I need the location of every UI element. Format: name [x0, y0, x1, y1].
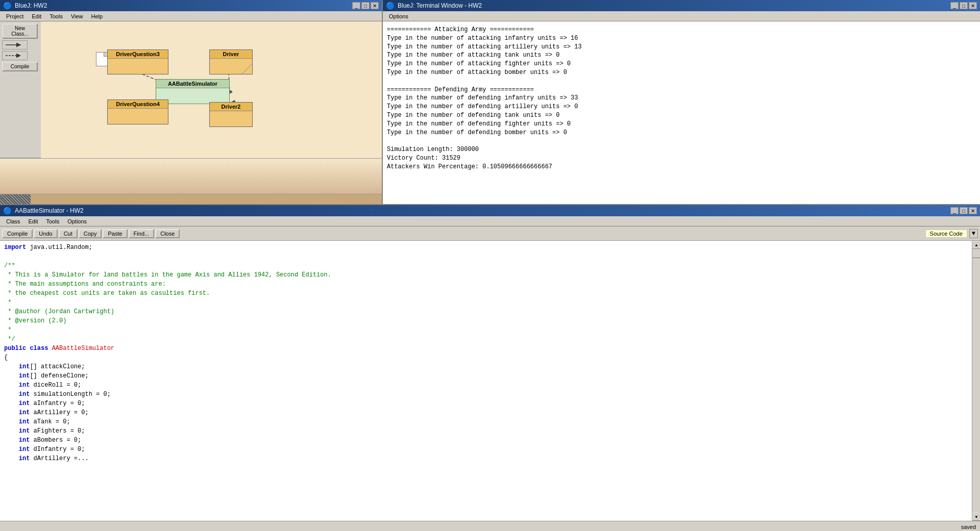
- code-maximize-button[interactable]: □: [960, 207, 968, 214]
- menu-tools[interactable]: Tools: [45, 12, 67, 20]
- code-menu-bar: Class Edit Tools Options: [0, 216, 980, 226]
- bluej-win-buttons[interactable]: _ □ ✕: [352, 2, 379, 9]
- code-editor-window: 🔵 AABattleSimulator - HW2 _ □ ✕ Class Ed…: [0, 204, 980, 531]
- code-scrollbar-vertical[interactable]: ▲ ▼: [972, 241, 980, 521]
- bluej-icon: 🔵: [3, 2, 12, 10]
- class-driverquestion4[interactable]: DriverQuestion4: [107, 99, 168, 124]
- code-editor-area: import java.util.Random; /** * This is a…: [0, 241, 980, 521]
- code-minimize-button[interactable]: _: [950, 207, 959, 214]
- scroll-track: [972, 249, 980, 513]
- scroll-down-button[interactable]: ▼: [972, 513, 980, 521]
- toolbar-right: Source Code ▼: [925, 229, 978, 238]
- terminal-line-7: ============ Defending Army ============: [387, 86, 534, 93]
- terminal-line-16: Attackers Win Percentage: 0.105096666666…: [387, 163, 552, 170]
- status-text: saved: [961, 524, 976, 530]
- copy-button[interactable]: Copy: [79, 229, 102, 238]
- terminal-maximize-button[interactable]: □: [960, 2, 968, 9]
- compile-code-button[interactable]: Compile: [2, 229, 33, 238]
- code-content[interactable]: import java.util.Random; /** * This is a…: [0, 241, 972, 521]
- terminal-icon: 🔵: [386, 2, 395, 10]
- terminal-content: ============ Attacking Army ============…: [383, 21, 980, 204]
- scroll-up-button[interactable]: ▲: [972, 241, 980, 249]
- class-driverquestion3[interactable]: DriverQuestion3: [107, 49, 168, 74]
- code-close-button[interactable]: ✕: [969, 207, 977, 214]
- close-button[interactable]: ✕: [371, 2, 379, 9]
- code-editor-toolbar: Compile Undo Cut Copy Paste Find... Clos…: [0, 226, 980, 241]
- bluej-toolbar: New Class... Compile: [0, 21, 41, 158]
- code-status-bar: saved: [0, 521, 980, 531]
- terminal-line-3: Type in the number of attacking tank uni…: [387, 52, 559, 59]
- source-dropdown-button[interactable]: ▼: [969, 229, 978, 238]
- terminal-menu-options[interactable]: Options: [385, 12, 412, 20]
- bluej-menu-bar: Project Edit Tools View Help: [0, 11, 382, 21]
- driver-corner-icon: [242, 64, 252, 74]
- class-driver2-body: [210, 111, 252, 127]
- arrow-selector-2[interactable]: [2, 51, 28, 60]
- terminal-line-2: Type in the number of attacking artiller…: [387, 43, 582, 50]
- terminal-line-5: Type in the number of attacking bomber u…: [387, 69, 567, 76]
- code-menu-class[interactable]: Class: [2, 217, 24, 225]
- terminal-line-9: Type in the number of defending artiller…: [387, 103, 578, 110]
- terminal-line-12: Type in the number of defending bomber u…: [387, 129, 567, 136]
- arrow-icon-2: [5, 52, 25, 59]
- close-code-button[interactable]: Close: [155, 229, 180, 238]
- diagram-bottom: [0, 158, 382, 194]
- source-code-label: Source Code: [925, 230, 967, 238]
- terminal-title-bar: 🔵 BlueJ: Terminal Window - HW2 _ □ ✕: [383, 0, 980, 11]
- bluej-main-window: 🔵 BlueJ: HW2 _ □ ✕ Project Edit Tools Vi…: [0, 0, 383, 204]
- terminal-line-4: Type in the number of attacking fighter …: [387, 60, 571, 67]
- menu-edit[interactable]: Edit: [28, 12, 45, 20]
- terminal-title: BlueJ: Terminal Window - HW2: [398, 2, 482, 9]
- compile-button[interactable]: Compile: [2, 62, 38, 71]
- code-window-inner: 🔵 AABattleSimulator - HW2 _ □ ✕ Class Ed…: [0, 205, 980, 531]
- paste-button[interactable]: Paste: [103, 229, 127, 238]
- class-driverquestion4-body: [108, 109, 168, 124]
- arrow-selector-1[interactable]: [2, 40, 28, 49]
- menu-project[interactable]: Project: [2, 12, 28, 20]
- terminal-win-buttons[interactable]: _ □ ✕: [950, 2, 977, 9]
- menu-help[interactable]: Help: [87, 12, 107, 20]
- terminal-line-15: Victory Count: 31529: [387, 155, 460, 162]
- terminal-line-11: Type in the number of defending fighter …: [387, 120, 571, 128]
- terminal-close-button[interactable]: ✕: [969, 2, 977, 9]
- terminal-window: 🔵 BlueJ: Terminal Window - HW2 _ □ ✕ Opt…: [383, 0, 980, 204]
- svg-line-7: [242, 64, 252, 74]
- minimize-button[interactable]: _: [352, 2, 360, 9]
- terminal-minimize-button[interactable]: _: [950, 2, 959, 9]
- status-strip: [0, 194, 382, 204]
- arrow-icon-1: [5, 41, 25, 48]
- code-title: AABattleSimulator - HW2: [15, 207, 84, 214]
- code-icon: 🔵: [3, 207, 12, 215]
- code-menu-edit[interactable]: Edit: [24, 217, 42, 225]
- undo-button[interactable]: Undo: [34, 229, 57, 238]
- code-win-buttons[interactable]: _ □ ✕: [950, 207, 977, 214]
- terminal-line-8: Type in the number of defending infantry…: [387, 94, 578, 102]
- terminal-line-10: Type in the number of defending tank uni…: [387, 112, 559, 119]
- new-class-button[interactable]: New Class...: [2, 23, 38, 39]
- class-driver2[interactable]: Driver2: [209, 102, 253, 127]
- class-driverquestion3-body: [108, 59, 168, 74]
- cut-button[interactable]: Cut: [59, 229, 78, 238]
- class-driver-body: [210, 59, 252, 74]
- bluej-title-bar: 🔵 BlueJ: HW2 _ □ ✕: [0, 0, 382, 11]
- maximize-button[interactable]: □: [361, 2, 370, 9]
- scroll-thumb[interactable]: [972, 257, 980, 258]
- class-aabattlesimulator-header: AABattleSimulator: [156, 80, 229, 88]
- terminal-menu-bar: Options: [383, 11, 980, 21]
- class-driver[interactable]: Driver: [209, 49, 253, 74]
- class-driver2-header: Driver2: [210, 103, 252, 111]
- bluej-content: New Class... Compile: [0, 21, 382, 158]
- terminal-line-0: ============ Attacking Army ============: [387, 26, 534, 33]
- code-menu-options[interactable]: Options: [63, 217, 91, 225]
- class-driverquestion3-header: DriverQuestion3: [108, 50, 168, 59]
- diagram-area[interactable]: DriverQuestion3 Driver AABattleSimulator: [41, 21, 382, 158]
- code-title-bar: 🔵 AABattleSimulator - HW2 _ □ ✕: [0, 205, 980, 216]
- class-driver-header: Driver: [210, 50, 252, 59]
- find-button[interactable]: Find...: [129, 229, 155, 238]
- menu-view[interactable]: View: [67, 12, 87, 20]
- class-driverquestion4-header: DriverQuestion4: [108, 100, 168, 109]
- terminal-line-14: Simulation Length: 300000: [387, 146, 479, 153]
- code-menu-tools[interactable]: Tools: [42, 217, 63, 225]
- doc-icon-1: [96, 52, 108, 66]
- bluej-title: BlueJ: HW2: [15, 2, 47, 9]
